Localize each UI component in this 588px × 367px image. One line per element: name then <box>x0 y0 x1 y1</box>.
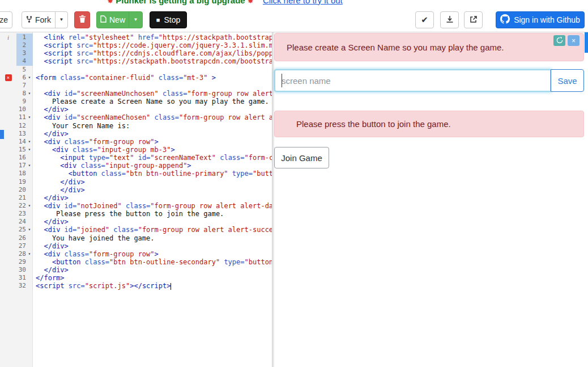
new-dropdown-button[interactable]: ▼ <box>129 11 143 28</box>
fold-arrow-icon[interactable]: ▾ <box>26 250 33 258</box>
upgrade-banner-text: ✸ Plunker is getting a big upgrade ✸ Cli… <box>0 0 519 5</box>
line-number[interactable]: 26 <box>16 234 26 242</box>
line-number[interactable]: 32 <box>16 282 26 290</box>
line-number[interactable]: 13 <box>16 130 26 138</box>
line-number[interactable]: 30 <box>16 266 26 274</box>
line-number[interactable]: 4 <box>16 57 26 65</box>
line-number[interactable]: 18 <box>16 170 26 178</box>
fold-spacer <box>26 154 33 162</box>
fold-spacer <box>26 210 33 218</box>
code-line: 16 <input type="text" id="screenNameText… <box>0 154 272 162</box>
gutter-icon-cell <box>0 122 16 130</box>
external-link-icon <box>470 15 478 25</box>
line-number[interactable]: 8 <box>16 90 26 98</box>
gutter-icon-cell: i <box>0 33 16 41</box>
gutter-icon-cell <box>0 170 16 178</box>
line-number[interactable]: 31 <box>16 274 26 282</box>
code-line: 13 </div> <box>0 130 272 138</box>
screen-name-input[interactable] <box>274 69 551 92</box>
open-in-new-window-button[interactable] <box>464 11 483 28</box>
line-number[interactable]: 19 <box>16 178 26 186</box>
fold-spacer <box>26 106 33 113</box>
fold-spacer <box>26 274 33 282</box>
line-number[interactable]: 2 <box>16 41 26 49</box>
code-line: 23 Please press the button to join the g… <box>0 210 272 218</box>
stop-button[interactable]: ■ Stop <box>150 11 187 28</box>
line-number[interactable]: 15 <box>16 146 26 154</box>
fold-spacer <box>26 57 33 65</box>
fold-arrow-icon[interactable]: ▾ <box>26 74 33 82</box>
line-number[interactable]: 5 <box>16 66 26 74</box>
line-number[interactable]: 11 <box>16 113 26 121</box>
code-line: 27 </div> <box>0 242 272 250</box>
line-number[interactable]: 7 <box>16 82 26 90</box>
join-game-button[interactable]: Join Game <box>274 147 329 168</box>
line-number[interactable]: 24 <box>16 218 26 226</box>
line-number[interactable]: 20 <box>16 186 26 194</box>
new-file-icon <box>100 15 106 24</box>
commit-button[interactable]: ✔ <box>415 11 434 28</box>
line-number[interactable]: 3 <box>16 49 26 57</box>
fold-arrow-icon[interactable]: ▾ <box>26 146 33 154</box>
line-number[interactable]: 16 <box>16 154 26 162</box>
organize-button[interactable]: ze <box>0 11 12 28</box>
line-number[interactable]: 21 <box>16 194 26 202</box>
download-button[interactable] <box>440 11 459 28</box>
save-button[interactable]: Save <box>551 69 584 92</box>
line-number[interactable]: 23 <box>16 210 26 218</box>
code-text: </div> <box>33 266 272 274</box>
line-number[interactable]: 25 <box>16 226 26 234</box>
info-icon[interactable]: i <box>7 33 9 41</box>
line-number[interactable]: 1 <box>16 33 26 41</box>
code-editor[interactable]: i1 <link rel="stylesheet" href="https://… <box>0 32 272 367</box>
github-signin-button[interactable]: Sign in with Github <box>496 11 585 28</box>
line-number[interactable]: 29 <box>16 258 26 266</box>
error-icon[interactable]: × <box>5 74 12 81</box>
code-line: 8▾ <div id="screenNameUnchosen" class="f… <box>0 90 272 98</box>
code-text: <div id="screenNameChosen" class="form-g… <box>33 113 272 121</box>
code-lines: i1 <link rel="stylesheet" href="https://… <box>0 32 272 290</box>
fold-arrow-icon[interactable]: ▾ <box>26 226 33 234</box>
code-text: <script src="script.js"></script> <box>33 282 272 290</box>
code-line: 3 <script src="https://cdnjs.cloudflare.… <box>0 49 272 57</box>
fork-dropdown-button[interactable]: ▼ <box>55 11 68 28</box>
gutter-icon-cell <box>0 146 16 154</box>
fold-arrow-icon[interactable]: ▾ <box>26 138 33 146</box>
line-number[interactable]: 14 <box>16 138 26 146</box>
code-text: <div class="form-group row"> <box>33 138 272 146</box>
stop-button-label: Stop <box>164 15 180 24</box>
new-button[interactable]: New <box>96 11 129 28</box>
text-cursor <box>171 283 171 290</box>
fold-arrow-icon[interactable]: ▾ <box>26 162 33 170</box>
banner-link[interactable]: Click here to try it out <box>263 0 343 5</box>
fork-button[interactable]: Fork <box>22 11 56 28</box>
line-number[interactable]: 28 <box>16 250 26 258</box>
line-number[interactable]: 10 <box>16 106 26 113</box>
fold-arrow-icon[interactable]: ▾ <box>26 90 33 98</box>
refresh-preview-button[interactable] <box>553 35 565 46</box>
fold-arrow-icon[interactable]: ▾ <box>26 202 33 210</box>
code-text: <div class="form-group row"> <box>33 250 272 258</box>
line-number[interactable]: 22 <box>16 202 26 210</box>
code-text: Your Scren Name is: <box>33 122 272 130</box>
alert-join: Please press the button to join the game… <box>274 111 584 137</box>
line-number[interactable]: 9 <box>16 98 26 106</box>
plunker-app: ✸ Plunker is getting a big upgrade ✸ Cli… <box>0 0 588 367</box>
line-number[interactable]: 6 <box>16 74 26 82</box>
fold-arrow-icon[interactable]: ▾ <box>26 113 33 121</box>
code-text: <button class="btn btn-outline-primary" … <box>33 170 272 178</box>
close-preview-button[interactable]: × <box>568 35 580 46</box>
line-number[interactable]: 17 <box>16 162 26 170</box>
delete-button[interactable] <box>74 11 90 28</box>
download-icon <box>446 15 454 25</box>
trash-icon <box>79 15 86 25</box>
github-icon <box>500 14 510 26</box>
fold-spacer <box>26 266 33 274</box>
line-number[interactable]: 12 <box>16 122 26 130</box>
gutter-icon-cell <box>0 282 16 290</box>
code-line: 21 </div> <box>0 194 272 202</box>
gutter-icon-cell <box>0 218 16 226</box>
line-number[interactable]: 27 <box>16 242 26 250</box>
code-line: 25▾ <div id="joined" class="form-group r… <box>0 226 272 234</box>
code-text: <input type="text" id="screenNameText" c… <box>33 154 272 162</box>
